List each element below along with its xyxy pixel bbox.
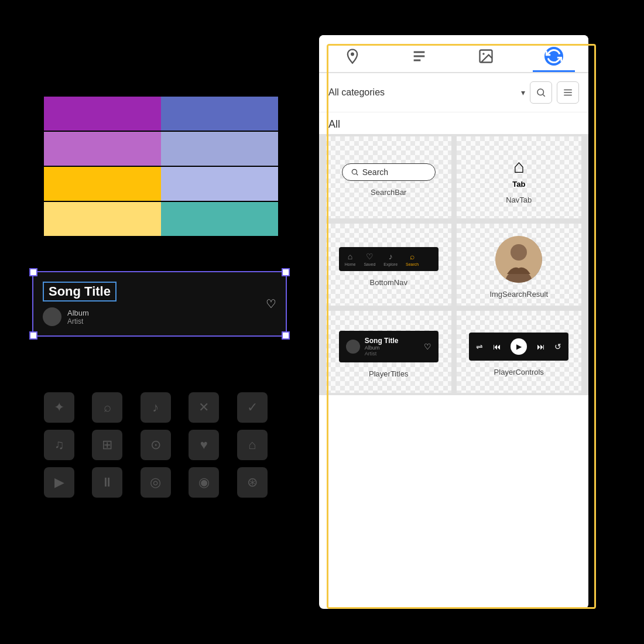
components-icon [544, 47, 563, 66]
palette-cell [161, 202, 278, 236]
svg-point-0 [351, 53, 354, 56]
play-icon: ▶ [511, 338, 527, 355]
bottomnav-preview: ⌂ Home ♡ Saved ♪ Explore ⌕ Search [339, 247, 439, 271]
component-searchbar-cell[interactable]: Search SearchBar [326, 136, 451, 218]
palette-cell [44, 202, 161, 236]
prev-icon: ⏮ [493, 342, 501, 351]
svg-line-12 [356, 173, 358, 175]
player-titles-left: Song Title Album Artist [346, 337, 399, 357]
artist-name: Artist [67, 317, 89, 326]
grid-icon-13: ◎ [141, 467, 171, 498]
player-album: Album [365, 345, 399, 351]
svg-line-7 [543, 94, 544, 96]
panel-header [319, 35, 588, 73]
navtab-label: NavTab [506, 196, 532, 204]
imgsearchresult-label: ImgSearchResult [489, 290, 548, 299]
album-thumbnail [43, 307, 61, 326]
song-card-left: Song Title Album Artist [43, 282, 266, 326]
svg-point-6 [537, 89, 544, 95]
imgsearchresult-preview [495, 236, 542, 283]
grid-icon-5: ✓ [237, 392, 268, 423]
searchbar-label: SearchBar [371, 188, 406, 197]
palette-cell [44, 132, 161, 166]
palette-cell [44, 167, 161, 201]
palette-cell [161, 97, 278, 131]
grid-icon-play: ▶ [44, 467, 74, 498]
song-meta: Album Artist [43, 307, 266, 326]
palette-cell [161, 167, 278, 201]
svg-point-14 [511, 244, 527, 261]
shuffle-icon: ⇌ [476, 342, 483, 351]
player-thumb [346, 340, 360, 354]
resize-handle-br[interactable] [282, 331, 290, 340]
svg-point-5 [482, 53, 485, 55]
svg-point-11 [352, 169, 357, 174]
category-label: All categories [328, 87, 385, 98]
icons-grid: ✦ ⌕ ♪ ✕ ✓ ♫ ⊞ ⊙ ♥ ⌂ ▶ ⏸ ◎ ◉ ⊛ [44, 392, 278, 498]
grid-icon-pause: ⏸ [92, 467, 122, 498]
bnav-explore: ♪ Explore [383, 252, 398, 266]
album-name: Album [67, 309, 89, 317]
color-palette [44, 97, 278, 237]
bnav-saved: ♡ Saved [364, 252, 375, 266]
category-dropdown[interactable]: All categories ▾ [328, 87, 525, 98]
bottomnav-label: BottomNav [370, 278, 407, 287]
grid-icon-7: ⊞ [92, 430, 122, 460]
palette-cell [44, 97, 161, 131]
grid-icon-music: ♪ [141, 392, 171, 423]
song-title: Song Title [43, 282, 117, 302]
tab-label: Tab [512, 180, 525, 189]
chevron-down-icon: ▾ [521, 88, 525, 97]
palette-row-3 [44, 167, 278, 201]
palette-row-4 [44, 202, 278, 236]
components-grid: Search SearchBar ⌂ Tab NavTab ⌂ Home ♡ S… [319, 134, 588, 395]
navtab-preview: ⌂ Tab [512, 156, 525, 189]
component-bottomnav-cell[interactable]: ⌂ Home ♡ Saved ♪ Explore ⌕ Search Bottom… [326, 224, 451, 306]
bnav-home: ⌂ Home [345, 252, 356, 266]
grid-icon-puzzle: ✦ [44, 392, 74, 423]
grid-icon-search: ⌕ [92, 392, 122, 423]
playercontrols-preview: ⇌ ⏮ ▶ ⏭ ↺ [469, 333, 568, 361]
player-text: Song Title Album Artist [365, 337, 399, 357]
grid-icon-6: ♫ [44, 430, 74, 460]
song-meta-text: Album Artist [67, 309, 89, 326]
playercontrols-label: PlayerControls [494, 368, 544, 376]
component-playertitles-cell[interactable]: Song Title Album Artist ♡ PlayerTitles [326, 311, 451, 393]
filter-bar: All categories ▾ [319, 73, 588, 112]
song-card: Song Title Album Artist ♡ [32, 271, 287, 337]
playertitles-label: PlayerTitles [369, 369, 408, 378]
searchbar-preview: Search [342, 163, 436, 181]
right-panel: All categories ▾ All [319, 35, 588, 609]
component-playercontrols-cell[interactable]: ⇌ ⏮ ▶ ⏭ ↺ PlayerControls [457, 311, 582, 393]
palette-row-1 [44, 97, 278, 131]
grid-icon-close: ✕ [189, 392, 219, 423]
next-icon: ⏭ [537, 342, 545, 351]
tab-style[interactable] [333, 43, 372, 71]
repeat-icon: ↺ [554, 342, 561, 351]
resize-handle-tr[interactable] [282, 268, 290, 276]
grid-icon-14: ◉ [189, 467, 219, 498]
search-button[interactable] [530, 81, 552, 104]
favorite-icon[interactable]: ♡ [266, 297, 276, 311]
resize-handle-bl[interactable] [29, 331, 37, 340]
search-placeholder: Search [362, 167, 388, 177]
tab-text[interactable] [399, 43, 439, 71]
home-icon: ⌂ [513, 156, 525, 177]
playertitles-preview: Song Title Album Artist ♡ [339, 331, 439, 362]
component-imgsearchresult-cell[interactable]: ImgSearchResult [457, 224, 582, 306]
filter-list-button[interactable] [557, 81, 579, 104]
palette-row-2 [44, 132, 278, 166]
tab-image[interactable] [466, 43, 506, 71]
component-navtab-cell[interactable]: ⌂ Tab NavTab [457, 136, 582, 218]
grid-icon-15: ⊛ [237, 467, 268, 498]
player-title: Song Title [365, 337, 399, 345]
palette-cell [161, 132, 278, 166]
player-heart-icon[interactable]: ♡ [424, 342, 431, 351]
resize-handle-tl[interactable] [29, 268, 37, 276]
grid-icon-heart: ♥ [189, 430, 219, 460]
grid-icon-home: ⌂ [237, 430, 268, 460]
grid-icon-8: ⊙ [141, 430, 171, 460]
tab-components[interactable] [533, 42, 575, 72]
bnav-search: ⌕ Search [406, 252, 419, 266]
player-artist: Artist [365, 351, 399, 357]
